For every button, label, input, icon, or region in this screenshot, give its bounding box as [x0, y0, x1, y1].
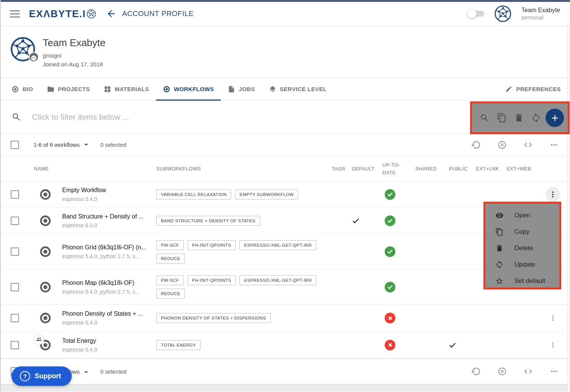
workflow-name[interactable]: Band Structure + Density of ... — [62, 213, 144, 220]
header-avatar[interactable] — [494, 5, 512, 22]
chevron-down-icon[interactable] — [84, 144, 88, 148]
range-label[interactable]: 1-6 of 6 workflows — [34, 141, 80, 148]
profile-section: Team Exabyte gmogni Joined on Aug 17, 20… — [0, 26, 570, 78]
preferences-button[interactable]: PREFERENCES — [505, 78, 561, 100]
row-menu-button[interactable] — [546, 187, 560, 202]
workflow-name[interactable]: Phonon Grid (6k3q18i-OF) (n... — [62, 244, 146, 251]
hamburger-menu-icon[interactable] — [10, 10, 20, 18]
profile-name: Team Exabyte — [43, 37, 106, 49]
layers-icon — [269, 85, 276, 93]
tab-jobs[interactable]: JOBS — [221, 78, 262, 100]
column-header-ext-lnk[interactable]: EXT+LNK — [472, 166, 503, 172]
code-icon[interactable] — [523, 367, 533, 376]
column-header-public[interactable]: PUBLIC — [444, 166, 472, 172]
account-info[interactable]: Team Exabyte personal — [522, 6, 560, 21]
widgets-icon — [104, 85, 111, 93]
subworkflow-chip: BAND STRUCTURE + DENSITY OF STATES — [156, 216, 260, 226]
row-checkbox[interactable] — [11, 217, 19, 225]
user-face-badge-icon — [29, 52, 39, 64]
sync-icon — [495, 260, 505, 269]
support-button[interactable]: ? Support — [11, 366, 72, 386]
menu-item-set-default[interactable]: Set default — [485, 273, 559, 289]
selection-bar-bottom: 1-6 of 6 workflows 0 selected — [0, 358, 570, 384]
menu-item-delete[interactable]: Delete — [485, 240, 559, 256]
row-checkbox[interactable] — [11, 247, 19, 256]
menu-item-open[interactable]: Open — [485, 207, 559, 223]
workflow-name[interactable]: Total Energy — [62, 337, 96, 344]
selected-count: 0 selected — [100, 141, 126, 148]
column-header-shared[interactable]: SHARED — [408, 166, 444, 172]
chevron-up-icon[interactable] — [84, 369, 88, 373]
subworkflow-chip: PHONON DENSITY OF STATES + DISPERSIONS — [156, 313, 271, 323]
subworkflow-chip: ESPRESSO-XML-GET-QPT-IRR — [239, 240, 316, 250]
workflow-name[interactable]: Phonon Density of States + ... — [62, 310, 143, 317]
row-menu-button[interactable] — [549, 341, 557, 349]
subworkflow-chip: PW-SCF — [156, 275, 184, 285]
more-horizontal-icon[interactable] — [549, 140, 559, 149]
eye-icon — [495, 211, 505, 220]
copy-icon — [495, 228, 505, 236]
pause-circle-icon[interactable] — [498, 140, 507, 149]
logo-text: EXΛBYTE.I — [29, 8, 86, 20]
tabs: BIOPROJECTSMATERIALSWORKFLOWSJOBSSERVICE… — [5, 78, 334, 100]
row-checkbox[interactable] — [11, 283, 19, 291]
select-all-checkbox[interactable] — [11, 141, 19, 149]
workflow-apps: espresso 5.4.0, python 2.7.5, s... — [62, 253, 140, 259]
menu-item-update[interactable]: Update — [485, 256, 559, 273]
toolbar-highlight-annotation — [470, 101, 570, 134]
pause-circle-icon[interactable] — [498, 367, 507, 376]
public-check-icon — [448, 341, 457, 349]
workflow-name[interactable]: Empty Workflow — [62, 187, 106, 194]
workflow-icon — [39, 339, 52, 352]
workflow-name[interactable]: Phonon Map (6k3q18i-OF) — [62, 280, 134, 286]
column-header-ext-web[interactable]: EXT+WEB — [503, 166, 535, 172]
code-icon[interactable] — [523, 140, 533, 149]
tab-workflows[interactable]: WORKFLOWS — [156, 78, 221, 100]
add-workflow-button[interactable] — [546, 109, 564, 127]
menu-item-copy[interactable]: Copy — [485, 223, 559, 240]
column-header-default[interactable]: DEFAULT — [349, 166, 377, 172]
exabyte-logo[interactable]: EXΛBYTE.I — [29, 8, 96, 20]
bullseye-icon — [11, 85, 19, 93]
up-to-date-yes-icon — [385, 215, 395, 226]
column-header-up-to-date[interactable]: UP-TO-DATE — [377, 161, 408, 176]
column-header-subworkflows[interactable]: SUBWORKFLOWS — [156, 166, 328, 172]
sync-icon[interactable] — [527, 113, 544, 123]
table-row: Phonon Density of States + ...espresso 5… — [0, 305, 570, 332]
tab-service-level[interactable]: SERVICE LEVEL — [262, 78, 334, 100]
filter-input[interactable] — [31, 112, 277, 122]
doc-icon — [228, 85, 235, 93]
subworkflow-chip: REDUCE — [156, 289, 185, 299]
account-toggle[interactable] — [468, 11, 484, 17]
app-bar: EXΛBYTE.I ACCOUNT PROFILE Team Exabyte p… — [0, 2, 570, 26]
scrollbar[interactable] — [567, 26, 570, 392]
workflow-icon — [39, 312, 52, 325]
tab-bio[interactable]: BIO — [5, 78, 40, 100]
row-checkbox[interactable] — [11, 341, 19, 349]
account-name: Team Exabyte — [522, 6, 560, 14]
logo-globe-icon — [87, 9, 96, 19]
copy-icon[interactable] — [493, 113, 510, 123]
more-horizontal-icon[interactable] — [549, 367, 559, 376]
workflow-apps: espresso 5.4.0 — [62, 347, 97, 353]
column-header-name[interactable]: NAME — [29, 166, 156, 172]
page-background-strip — [0, 384, 570, 392]
trash-icon — [495, 244, 505, 252]
column-header-tags[interactable]: TAGS — [328, 166, 349, 172]
shared-people-icon — [34, 334, 44, 344]
trash-icon[interactable] — [510, 113, 527, 123]
tab-materials[interactable]: MATERIALS — [97, 78, 156, 100]
workflow-apps: espresso 5.4.0 — [62, 320, 97, 326]
search-icon[interactable] — [476, 113, 493, 123]
window-left-edge — [0, 0, 1, 392]
selection-bar-top: 1-6 of 6 workflows 0 selected — [0, 134, 570, 156]
undo-icon[interactable] — [471, 140, 481, 150]
bullseye-icon — [163, 85, 170, 93]
row-menu-button[interactable] — [549, 314, 557, 322]
back-arrow-icon[interactable] — [106, 8, 117, 19]
row-checkbox[interactable] — [11, 190, 19, 199]
tabs-bar: BIOPROJECTSMATERIALSWORKFLOWSJOBSSERVICE… — [0, 78, 570, 101]
undo-icon[interactable] — [471, 366, 481, 376]
tab-projects[interactable]: PROJECTS — [40, 78, 97, 100]
row-checkbox[interactable] — [11, 314, 19, 322]
